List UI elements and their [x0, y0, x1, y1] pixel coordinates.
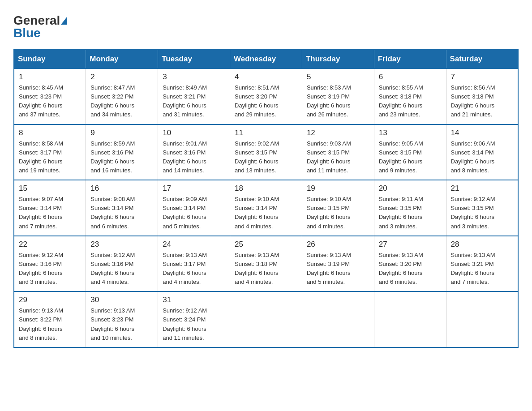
- logo: General Blue: [13, 13, 68, 40]
- calendar-cell: 30 Sunrise: 9:13 AM Sunset: 3:23 PM Dayl…: [86, 291, 158, 347]
- day-number: 10: [163, 128, 225, 137]
- day-info: Sunrise: 8:58 AM Sunset: 3:17 PM Dayligh…: [19, 139, 81, 176]
- calendar-week-row: 1 Sunrise: 8:45 AM Sunset: 3:23 PM Dayli…: [14, 68, 518, 124]
- calendar-week-row: 8 Sunrise: 8:58 AM Sunset: 3:17 PM Dayli…: [14, 124, 518, 180]
- day-number: 31: [163, 295, 225, 304]
- day-info: Sunrise: 9:12 AM Sunset: 3:16 PM Dayligh…: [90, 251, 153, 287]
- calendar-cell: 14 Sunrise: 9:06 AM Sunset: 3:14 PM Dayl…: [446, 124, 518, 180]
- day-number: 16: [90, 184, 153, 193]
- day-info: Sunrise: 9:05 AM Sunset: 3:15 PM Dayligh…: [379, 139, 442, 176]
- day-number: 30: [90, 295, 153, 304]
- day-info: Sunrise: 9:12 AM Sunset: 3:16 PM Dayligh…: [19, 251, 81, 287]
- calendar-cell: [374, 291, 446, 347]
- day-info: Sunrise: 8:53 AM Sunset: 3:19 PM Dayligh…: [307, 83, 369, 120]
- calendar-cell: 20 Sunrise: 9:11 AM Sunset: 3:15 PM Dayl…: [374, 180, 446, 236]
- calendar-cell: 8 Sunrise: 8:58 AM Sunset: 3:17 PM Dayli…: [14, 124, 86, 180]
- calendar-cell: 7 Sunrise: 8:56 AM Sunset: 3:18 PM Dayli…: [446, 68, 518, 124]
- day-number: 1: [19, 73, 81, 81]
- calendar-cell: [230, 291, 302, 347]
- calendar-cell: 5 Sunrise: 8:53 AM Sunset: 3:19 PM Dayli…: [302, 68, 374, 124]
- calendar-cell: 31 Sunrise: 9:12 AM Sunset: 3:24 PM Dayl…: [158, 291, 230, 347]
- calendar-cell: 3 Sunrise: 8:49 AM Sunset: 3:21 PM Dayli…: [158, 68, 230, 124]
- day-number: 3: [163, 73, 225, 81]
- day-info: Sunrise: 8:45 AM Sunset: 3:23 PM Dayligh…: [19, 83, 81, 120]
- calendar-cell: 12 Sunrise: 9:03 AM Sunset: 3:15 PM Dayl…: [302, 124, 374, 180]
- calendar-cell: 15 Sunrise: 9:07 AM Sunset: 3:14 PM Dayl…: [14, 180, 86, 236]
- calendar-cell: 4 Sunrise: 8:51 AM Sunset: 3:20 PM Dayli…: [230, 68, 302, 124]
- day-info: Sunrise: 9:13 AM Sunset: 3:22 PM Dayligh…: [19, 306, 81, 342]
- day-info: Sunrise: 9:13 AM Sunset: 3:23 PM Dayligh…: [90, 306, 153, 342]
- day-number: 18: [235, 184, 297, 193]
- day-info: Sunrise: 9:10 AM Sunset: 3:15 PM Dayligh…: [307, 195, 369, 231]
- calendar-cell: 27 Sunrise: 9:13 AM Sunset: 3:20 PM Dayl…: [374, 236, 446, 292]
- day-info: Sunrise: 9:07 AM Sunset: 3:14 PM Dayligh…: [19, 195, 81, 231]
- day-number: 19: [307, 184, 369, 193]
- weekday-header-friday: Friday: [374, 50, 446, 68]
- day-number: 26: [307, 240, 369, 249]
- day-info: Sunrise: 9:10 AM Sunset: 3:14 PM Dayligh…: [235, 195, 297, 231]
- day-info: Sunrise: 8:47 AM Sunset: 3:22 PM Dayligh…: [90, 83, 153, 120]
- calendar-cell: [302, 291, 374, 347]
- weekday-header-thursday: Thursday: [302, 50, 374, 68]
- day-info: Sunrise: 9:13 AM Sunset: 3:18 PM Dayligh…: [235, 251, 297, 287]
- day-info: Sunrise: 8:51 AM Sunset: 3:20 PM Dayligh…: [235, 83, 297, 120]
- day-info: Sunrise: 9:03 AM Sunset: 3:15 PM Dayligh…: [307, 139, 369, 176]
- day-number: 11: [235, 128, 297, 137]
- calendar-cell: 26 Sunrise: 9:13 AM Sunset: 3:19 PM Dayl…: [302, 236, 374, 292]
- calendar-table: SundayMondayTuesdayWednesdayThursdayFrid…: [13, 49, 519, 348]
- calendar-week-row: 29 Sunrise: 9:13 AM Sunset: 3:22 PM Dayl…: [14, 291, 518, 347]
- day-number: 21: [451, 184, 513, 193]
- day-number: 24: [163, 240, 225, 249]
- day-info: Sunrise: 9:09 AM Sunset: 3:14 PM Dayligh…: [163, 195, 225, 231]
- day-info: Sunrise: 9:13 AM Sunset: 3:21 PM Dayligh…: [451, 251, 513, 287]
- calendar-cell: 11 Sunrise: 9:02 AM Sunset: 3:15 PM Dayl…: [230, 124, 302, 180]
- weekday-header-saturday: Saturday: [446, 50, 518, 68]
- day-number: 2: [90, 73, 153, 81]
- calendar-cell: 6 Sunrise: 8:55 AM Sunset: 3:18 PM Dayli…: [374, 68, 446, 124]
- day-number: 8: [19, 128, 81, 137]
- day-info: Sunrise: 9:13 AM Sunset: 3:19 PM Dayligh…: [307, 251, 369, 287]
- weekday-header-tuesday: Tuesday: [158, 50, 230, 68]
- calendar-cell: 9 Sunrise: 8:59 AM Sunset: 3:16 PM Dayli…: [86, 124, 158, 180]
- calendar-cell: 29 Sunrise: 9:13 AM Sunset: 3:22 PM Dayl…: [14, 291, 86, 347]
- day-info: Sunrise: 9:13 AM Sunset: 3:20 PM Dayligh…: [379, 251, 442, 287]
- day-number: 15: [19, 184, 81, 193]
- page-header: General Blue: [13, 13, 519, 40]
- day-info: Sunrise: 9:11 AM Sunset: 3:15 PM Dayligh…: [379, 195, 442, 231]
- calendar-cell: 13 Sunrise: 9:05 AM Sunset: 3:15 PM Dayl…: [374, 124, 446, 180]
- calendar-cell: [446, 291, 518, 347]
- calendar-cell: 22 Sunrise: 9:12 AM Sunset: 3:16 PM Dayl…: [14, 236, 86, 292]
- weekday-header-monday: Monday: [86, 50, 158, 68]
- day-info: Sunrise: 9:08 AM Sunset: 3:14 PM Dayligh…: [90, 195, 153, 231]
- calendar-cell: 23 Sunrise: 9:12 AM Sunset: 3:16 PM Dayl…: [86, 236, 158, 292]
- day-info: Sunrise: 8:55 AM Sunset: 3:18 PM Dayligh…: [379, 83, 442, 120]
- calendar-week-row: 22 Sunrise: 9:12 AM Sunset: 3:16 PM Dayl…: [14, 236, 518, 292]
- calendar-cell: 17 Sunrise: 9:09 AM Sunset: 3:14 PM Dayl…: [158, 180, 230, 236]
- day-number: 20: [379, 184, 442, 193]
- weekday-header-wednesday: Wednesday: [230, 50, 302, 68]
- day-number: 7: [451, 73, 513, 81]
- day-number: 4: [235, 73, 297, 81]
- day-info: Sunrise: 9:06 AM Sunset: 3:14 PM Dayligh…: [451, 139, 513, 176]
- day-number: 23: [90, 240, 153, 249]
- calendar-week-row: 15 Sunrise: 9:07 AM Sunset: 3:14 PM Dayl…: [14, 180, 518, 236]
- day-number: 29: [19, 295, 81, 304]
- day-number: 22: [19, 240, 81, 249]
- calendar-cell: 19 Sunrise: 9:10 AM Sunset: 3:15 PM Dayl…: [302, 180, 374, 236]
- logo-triangle-icon: [61, 17, 67, 25]
- calendar-cell: 18 Sunrise: 9:10 AM Sunset: 3:14 PM Dayl…: [230, 180, 302, 236]
- day-info: Sunrise: 8:56 AM Sunset: 3:18 PM Dayligh…: [451, 83, 513, 120]
- day-number: 6: [379, 73, 442, 81]
- day-number: 5: [307, 73, 369, 81]
- day-number: 17: [163, 184, 225, 193]
- calendar-cell: 1 Sunrise: 8:45 AM Sunset: 3:23 PM Dayli…: [14, 68, 86, 124]
- day-number: 13: [379, 128, 442, 137]
- day-info: Sunrise: 9:13 AM Sunset: 3:17 PM Dayligh…: [163, 251, 225, 287]
- day-number: 27: [379, 240, 442, 249]
- calendar-cell: 21 Sunrise: 9:12 AM Sunset: 3:15 PM Dayl…: [446, 180, 518, 236]
- weekday-header-sunday: Sunday: [14, 50, 86, 68]
- calendar-cell: 16 Sunrise: 9:08 AM Sunset: 3:14 PM Dayl…: [86, 180, 158, 236]
- day-info: Sunrise: 9:12 AM Sunset: 3:24 PM Dayligh…: [163, 306, 225, 342]
- day-number: 28: [451, 240, 513, 249]
- day-number: 12: [307, 128, 369, 137]
